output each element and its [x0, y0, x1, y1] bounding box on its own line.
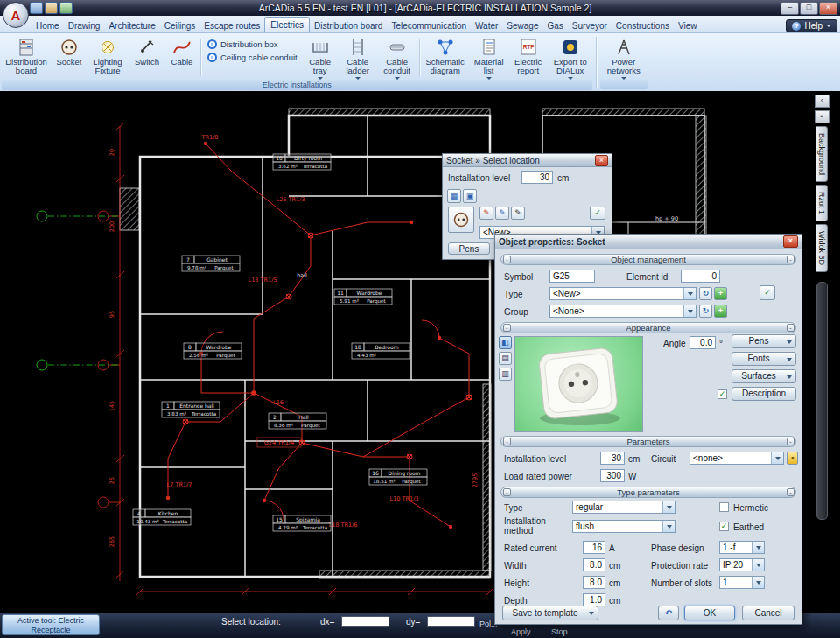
- height-input[interactable]: [583, 576, 606, 589]
- group-refresh-button[interactable]: ↻: [699, 305, 712, 318]
- tab-water[interactable]: Water: [471, 18, 502, 32]
- depth-input[interactable]: [583, 593, 606, 606]
- earthed-checkbox[interactable]: ✓: [719, 522, 729, 531]
- accept-button[interactable]: ✓: [590, 207, 606, 220]
- schematic-diagram-button[interactable]: Schematic diagram: [422, 35, 469, 80]
- type-param-combo[interactable]: regular: [572, 501, 676, 514]
- close-button[interactable]: ×: [819, 2, 837, 15]
- section-collapse-icon[interactable]: -: [787, 438, 794, 445]
- fonts-button[interactable]: Fonts: [732, 352, 796, 366]
- section-appearance[interactable]: Appearance: [500, 322, 796, 333]
- tab-telecommunication[interactable]: Telecommunication: [387, 18, 471, 32]
- panel-scrollbar[interactable]: [816, 282, 828, 520]
- snap-tool-button[interactable]: ▣: [463, 189, 477, 203]
- section-type-parameters[interactable]: Type parameters: [500, 487, 796, 498]
- panel-collapse-button[interactable]: ‹: [815, 95, 830, 108]
- tab-background[interactable]: Background: [816, 126, 828, 182]
- minimize-button[interactable]: –: [780, 2, 799, 15]
- edit-pen-dark-button[interactable]: ✎: [511, 207, 525, 220]
- electric-report-button[interactable]: RTF Electric report: [509, 35, 548, 80]
- tab-gas[interactable]: Gas: [542, 18, 567, 32]
- cable-button[interactable]: Cable: [165, 35, 199, 80]
- dx-input[interactable]: [341, 616, 389, 627]
- installation-level-input[interactable]: [600, 452, 625, 465]
- preview-view-button[interactable]: ◧: [499, 336, 512, 349]
- installation-level-input[interactable]: [522, 171, 553, 184]
- grid-tool-button[interactable]: ▦: [447, 189, 461, 203]
- tab-constructions[interactable]: Constructions: [612, 18, 674, 32]
- pens-button[interactable]: Pens: [732, 334, 796, 348]
- circuit-select-button[interactable]: ▪: [787, 452, 798, 465]
- section-collapse-icon[interactable]: -: [787, 256, 794, 263]
- pens-button[interactable]: Pens: [448, 242, 490, 255]
- tab-architecture[interactable]: Architecture: [104, 18, 159, 32]
- tab-sewage[interactable]: Sewage: [502, 18, 542, 32]
- tab-home[interactable]: Home: [32, 18, 64, 32]
- type-accept-button[interactable]: ✓: [760, 285, 775, 300]
- edit-pen-button[interactable]: ✎: [480, 207, 494, 220]
- undo-button[interactable]: ↶: [658, 606, 679, 620]
- preview-sheet-button[interactable]: ▥: [499, 368, 512, 381]
- switch-button[interactable]: Switch: [129, 35, 165, 80]
- group-combo[interactable]: <None>: [550, 305, 696, 318]
- cable-ladder-button[interactable]: Cable ladder: [339, 35, 377, 80]
- symbol-input[interactable]: [550, 270, 595, 283]
- cable-tray-button[interactable]: Cable tray: [302, 35, 339, 80]
- element-id-input[interactable]: [681, 270, 720, 283]
- cable-conduit-button[interactable]: Cable conduit: [377, 35, 417, 80]
- section-collapse-icon[interactable]: -: [787, 488, 794, 496]
- width-input[interactable]: [583, 558, 606, 571]
- tab-drawing[interactable]: Drawing: [64, 18, 105, 32]
- close-icon[interactable]: ×: [595, 155, 608, 166]
- type-combo[interactable]: <New>: [550, 287, 696, 300]
- quick-open-icon[interactable]: [45, 2, 58, 14]
- rated-current-input[interactable]: [583, 541, 606, 554]
- preview-style-button[interactable]: ▤: [499, 352, 512, 365]
- distribution-board-button[interactable]: Distribution board: [1, 35, 52, 80]
- quick-save-icon[interactable]: [60, 2, 73, 14]
- circuit-combo[interactable]: <none>: [690, 452, 784, 465]
- tab-view[interactable]: View: [674, 18, 702, 32]
- description-checkbox[interactable]: ✓: [718, 389, 727, 399]
- type-add-button[interactable]: +: [714, 287, 727, 300]
- installation-method-combo[interactable]: flush: [572, 520, 676, 533]
- section-collapse-icon[interactable]: -: [503, 488, 511, 496]
- power-networks-button[interactable]: Power networks: [599, 35, 648, 80]
- tab-electrics[interactable]: Electrics: [264, 17, 310, 32]
- maximize-button[interactable]: □: [800, 2, 818, 15]
- group-add-button[interactable]: +: [714, 305, 727, 318]
- ceiling-cable-conduit-item[interactable]: Ceiling cable conduit: [207, 53, 298, 62]
- phase-design-combo[interactable]: 1 -f: [719, 541, 765, 554]
- dy-input[interactable]: [427, 616, 475, 627]
- description-button[interactable]: Description: [732, 387, 796, 401]
- tab-widok-3d[interactable]: Widok 3D: [816, 224, 828, 272]
- export-to-dialux-button[interactable]: Export to DIALux: [548, 35, 593, 80]
- ok-button[interactable]: OK: [684, 606, 735, 620]
- tab-surveyor[interactable]: Surveyor: [568, 18, 612, 32]
- cancel-button[interactable]: Cancel: [742, 606, 794, 620]
- help-button[interactable]: ? Help: [786, 19, 837, 32]
- angle-input[interactable]: [690, 336, 716, 349]
- properties-dialog-titlebar[interactable]: Object properties: Socket ×: [495, 235, 802, 249]
- save-to-template-button[interactable]: Save to template: [502, 606, 598, 620]
- section-object-management[interactable]: Object management: [500, 254, 796, 265]
- number-of-slots-combo[interactable]: 1: [719, 576, 765, 589]
- socket-button[interactable]: Socket: [52, 35, 87, 80]
- select-location-dialog-titlebar[interactable]: Socket » Select location ×: [443, 154, 612, 167]
- tab-escape-routes[interactable]: Escape routes: [200, 18, 264, 32]
- material-list-button[interactable]: Material list: [469, 35, 509, 80]
- tab-rzut-1[interactable]: Rzut 1: [816, 185, 828, 221]
- edit-pen-blue-button[interactable]: ✎: [495, 207, 509, 220]
- lighting-fixture-button[interactable]: Lighting Fixture: [87, 35, 129, 80]
- surfaces-button[interactable]: Surfaces: [732, 369, 796, 383]
- section-parameters[interactable]: Parameters: [500, 436, 796, 447]
- section-collapse-icon[interactable]: -: [503, 324, 511, 332]
- hermetic-checkbox[interactable]: [719, 502, 729, 512]
- load-rated-power-input[interactable]: [600, 469, 625, 482]
- apply-button[interactable]: Apply: [511, 627, 531, 636]
- protection-rate-combo[interactable]: IP 20: [719, 558, 765, 571]
- section-collapse-icon[interactable]: -: [787, 324, 794, 332]
- symbol-preview-button[interactable]: [448, 207, 474, 233]
- type-refresh-button[interactable]: ↻: [699, 287, 712, 300]
- section-collapse-icon[interactable]: -: [503, 256, 511, 263]
